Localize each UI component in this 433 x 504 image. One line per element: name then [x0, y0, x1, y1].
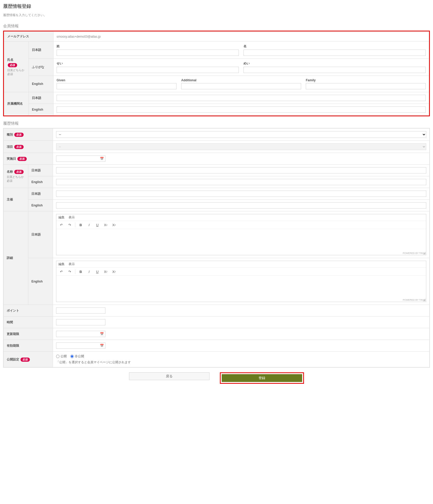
label-additional: Additional: [181, 78, 301, 82]
bold-icon[interactable]: B: [78, 222, 84, 228]
editor-menu-edit[interactable]: 編集: [58, 262, 65, 266]
editor-powered: POWERED BY TINY: [56, 251, 426, 255]
input-valid-until[interactable]: [56, 342, 105, 349]
label-details: 詳細: [4, 211, 28, 305]
required-badge: 必須: [8, 63, 17, 67]
label-name-jp: 日本語: [29, 42, 53, 59]
input-title-jp[interactable]: [56, 167, 426, 173]
label-hours: 時間: [4, 317, 53, 328]
required-badge: 必須: [14, 145, 24, 149]
label-affiliation: 所属機関名: [4, 92, 29, 116]
label-points: ポイント: [4, 305, 53, 317]
input-given[interactable]: [57, 83, 177, 89]
resize-handle-icon[interactable]: [423, 299, 425, 301]
required-badge: 必須: [14, 133, 24, 137]
label-details-jp: 日本語: [28, 211, 53, 258]
editor-content-jp[interactable]: [56, 229, 426, 251]
input-affiliation-en[interactable]: [57, 106, 426, 113]
submit-button[interactable]: 登録: [222, 374, 302, 382]
label-title-jp: 日本語: [28, 165, 53, 176]
label-family: Family: [306, 78, 426, 82]
page-description: 履歴情報を入力してください。: [3, 13, 430, 17]
section-title-history: 履歴情報: [3, 121, 430, 126]
required-badge: 必須: [14, 170, 24, 174]
label-mei: 名: [243, 44, 426, 49]
label-furigana: ふりがな: [29, 59, 53, 76]
label-email: メールアドレス: [4, 32, 53, 42]
editor-menu-edit[interactable]: 編集: [58, 216, 65, 219]
label-given: Given: [57, 78, 177, 82]
required-badge: 必須: [17, 157, 27, 161]
label-valid-until: 有効期限: [4, 340, 53, 352]
label-title-name: 名称 必須 日英どちらか必須: [4, 165, 28, 188]
select-type[interactable]: --: [56, 131, 426, 138]
editor-content-en[interactable]: [56, 276, 426, 298]
input-update-due[interactable]: [56, 331, 105, 337]
editor-details-en[interactable]: 編集 表示 ↶ ↷ B I U X2 X2 POWERED BY TINY: [56, 261, 426, 302]
input-affiliation-jp[interactable]: [57, 95, 426, 101]
editor-details-jp[interactable]: 編集 表示 ↶ ↷ B I U X2 X2 POWERED BY TINY: [56, 214, 426, 255]
redo-icon[interactable]: ↷: [67, 269, 72, 274]
input-sei[interactable]: [57, 50, 239, 56]
label-organizer-jp: 日本語: [28, 188, 53, 200]
superscript-icon[interactable]: X2: [111, 269, 117, 274]
label-organizer: 主催: [4, 188, 28, 211]
radio-publish-private[interactable]: 非公開: [70, 354, 84, 359]
label-mei-kana: めい: [243, 61, 426, 66]
italic-icon[interactable]: I: [86, 222, 92, 228]
label-sei: 姓: [57, 44, 239, 49]
input-hours[interactable]: [56, 319, 105, 325]
subscript-icon[interactable]: X2: [103, 269, 109, 274]
label-affiliation-en: English: [29, 104, 53, 116]
label-impl-date: 実施日 必須: [4, 153, 53, 165]
input-organizer-en[interactable]: [56, 202, 426, 209]
label-title-en: English: [28, 176, 53, 188]
resize-handle-icon[interactable]: [423, 252, 425, 254]
page-title: 履歴情報登録: [3, 3, 430, 9]
label-update-due: 更新期限: [4, 328, 53, 340]
section-title-member: 会員情報: [3, 24, 430, 29]
label-affiliation-jp: 日本語: [29, 92, 53, 104]
input-mei[interactable]: [243, 50, 426, 56]
editor-menu-view[interactable]: 表示: [69, 216, 75, 219]
label-type: 種別 必須: [4, 129, 53, 141]
value-email: smoosy.atlas+demo03@atlas.jp: [53, 32, 429, 42]
label-name-en: English: [29, 76, 53, 92]
editor-powered: POWERED BY TINY: [56, 298, 426, 302]
input-family[interactable]: [306, 83, 426, 89]
history-info-panel: 種別 必須 -- 項目 必須 -- 実施日 必須: [3, 128, 430, 368]
label-details-en: English: [28, 258, 53, 305]
back-button[interactable]: 戻る: [129, 372, 209, 380]
label-item: 項目 必須: [4, 141, 53, 153]
bold-icon[interactable]: B: [78, 269, 84, 274]
input-mei-kana[interactable]: [243, 67, 426, 73]
superscript-icon[interactable]: X2: [111, 222, 117, 228]
label-sei-kana: せい: [57, 61, 239, 66]
input-additional[interactable]: [181, 83, 301, 89]
undo-icon[interactable]: ↶: [58, 222, 64, 228]
member-info-panel: メールアドレス smoosy.atlas+demo03@atlas.jp 氏名 …: [3, 31, 430, 116]
select-item: --: [56, 143, 426, 150]
input-impl-date[interactable]: [56, 156, 105, 162]
editor-menu-view[interactable]: 表示: [69, 262, 75, 266]
underline-icon[interactable]: U: [94, 222, 100, 228]
radio-publish-public[interactable]: 公開: [56, 354, 67, 359]
required-badge: 必須: [21, 358, 30, 362]
input-sei-kana[interactable]: [57, 67, 239, 73]
label-name: 氏名 必須 日英どちらか必須: [4, 42, 29, 92]
submit-highlight: 登録: [220, 372, 304, 384]
input-organizer-jp[interactable]: [56, 191, 426, 197]
underline-icon[interactable]: U: [94, 269, 100, 274]
redo-icon[interactable]: ↷: [67, 222, 72, 228]
italic-icon[interactable]: I: [86, 269, 92, 274]
label-publish: 公開設定 必須: [4, 352, 53, 367]
publish-note: 「公開」を選択すると会員マイページに公開されます: [56, 360, 426, 365]
label-organizer-en: English: [28, 200, 53, 211]
input-title-en[interactable]: [56, 179, 426, 185]
undo-icon[interactable]: ↶: [58, 269, 64, 274]
input-points[interactable]: [56, 307, 105, 314]
subscript-icon[interactable]: X2: [103, 222, 109, 228]
